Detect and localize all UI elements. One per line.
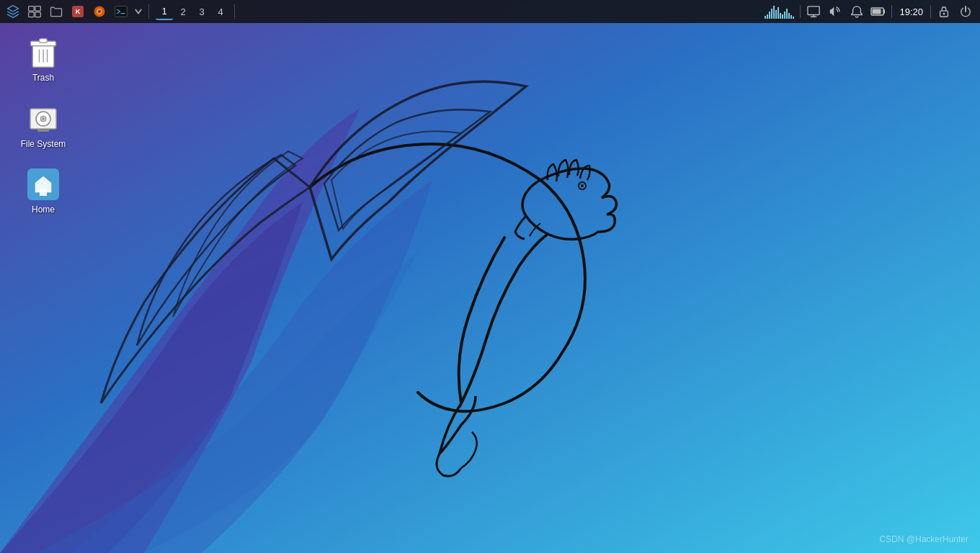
kali-menu-icon[interactable] — [3, 1, 23, 22]
pinned-app-icon[interactable]: K — [68, 1, 88, 22]
workspace-1[interactable]: 1 — [156, 3, 173, 20]
home-icon-image — [26, 167, 61, 202]
home-label: Home — [32, 204, 55, 216]
file-manager-icon[interactable] — [46, 1, 66, 22]
taskbar-separator-2 — [234, 4, 235, 19]
clock[interactable]: 19:20 — [899, 6, 923, 17]
svg-point-2 — [581, 184, 584, 187]
dragon-wallpaper — [0, 0, 980, 553]
svg-rect-4 — [35, 6, 41, 12]
desktop: K — [0, 0, 980, 553]
taskbar-left: K — [0, 1, 238, 22]
svg-rect-6 — [35, 12, 41, 17]
tray-separator-1 — [800, 5, 801, 18]
desktop-icons: Trash File System — [14, 32, 72, 219]
taskbar: K — [0, 0, 980, 23]
svg-rect-13 — [808, 6, 819, 15]
trash-icon-image — [26, 35, 61, 70]
screen-icon[interactable] — [805, 3, 822, 20]
filesystem-icon-image — [26, 102, 61, 136]
trash-icon[interactable]: Trash — [14, 32, 72, 87]
tray-separator-2 — [891, 5, 892, 18]
home-icon[interactable]: Home — [14, 164, 72, 219]
workspace-2[interactable]: 2 — [174, 3, 192, 20]
watermark: CSDN @HackerHunter — [879, 534, 968, 544]
taskbar-more-icon[interactable] — [133, 1, 144, 22]
workspace-3[interactable]: 3 — [193, 3, 210, 20]
svg-rect-3 — [29, 6, 35, 12]
terminal-icon[interactable] — [111, 1, 131, 22]
filesystem-icon[interactable]: File System — [14, 99, 72, 153]
svg-rect-5 — [29, 12, 35, 17]
workspace-4[interactable]: 4 — [212, 3, 229, 20]
taskbar-right: 19:20 — [765, 3, 980, 20]
taskbar-separator-1 — [148, 4, 149, 19]
svg-text:K: K — [76, 8, 81, 15]
window-icon[interactable] — [24, 1, 45, 22]
svg-rect-20 — [39, 39, 47, 43]
svg-point-27 — [43, 117, 45, 120]
svg-rect-12 — [115, 6, 128, 17]
volume-icon[interactable] — [827, 3, 844, 20]
audio-visualization — [765, 4, 794, 19]
power-icon[interactable] — [957, 3, 974, 20]
trash-label: Trash — [32, 73, 54, 84]
workspace-buttons: 1 2 3 4 — [155, 3, 230, 20]
svg-point-17 — [943, 13, 945, 15]
filesystem-label: File System — [21, 139, 66, 150]
lock-icon[interactable] — [935, 3, 953, 20]
svg-rect-28 — [37, 129, 49, 132]
svg-rect-15 — [873, 9, 881, 14]
firefox-icon[interactable] — [89, 1, 110, 22]
tray-separator-3 — [930, 5, 931, 18]
svg-point-11 — [98, 10, 101, 13]
notification-icon[interactable] — [848, 3, 865, 20]
battery-icon[interactable] — [870, 3, 887, 20]
